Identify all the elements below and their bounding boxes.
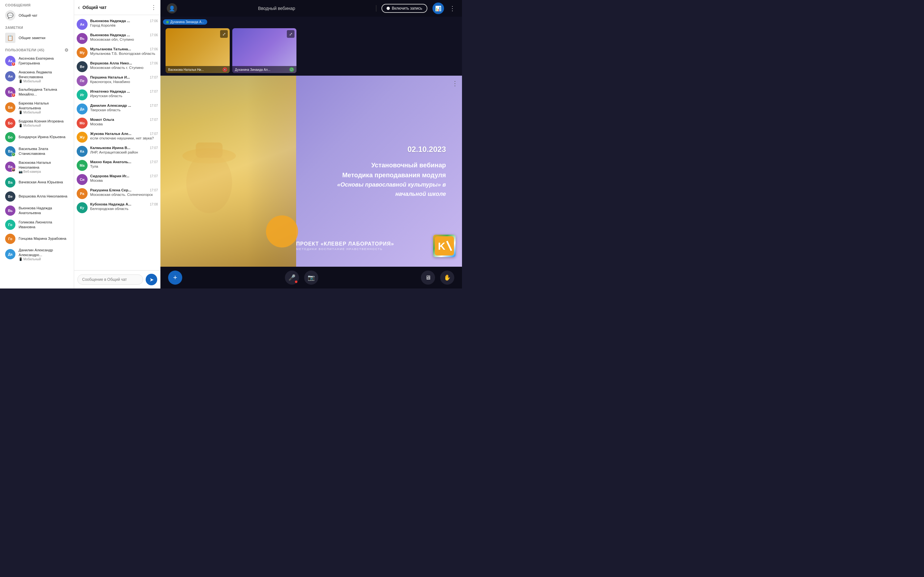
sidebar-notes-label: Общие заметки [19, 35, 45, 40]
camera-button[interactable]: 📷 [304, 271, 318, 285]
chat-message: Ра Ракушина Елена Сер... 17:07 Московска… [77, 187, 158, 200]
bottom-bar: + 🎤 📷 🖥 ✋ [160, 267, 462, 288]
brand-name: ПРОЕКТ «КЛЕВЕР ЛАБОРАТОРИЯ» [296, 241, 433, 247]
sidebar-user-item[interactable]: Ве Вершкова Алла Николаевна [0, 189, 74, 203]
sidebar-user-item[interactable]: Вь Вьюнкова Надежда Анатольевна [0, 203, 74, 218]
msg-text: Город Королёв [90, 23, 158, 28]
sidebar-user-item[interactable]: Ва✓ Васильева Злата Станиславовна [0, 144, 74, 158]
sidebar-user-item[interactable]: Да Данилин Александр Александро... 📱 Моб… [0, 246, 74, 263]
sidebar-user-item[interactable]: Ак✗ Аксенова Екатерина Григорьевна [0, 54, 74, 68]
brand-area: ПРОЕКТ «КЛЕВЕР ЛАБОРАТОРИЯ» МЕТОДИКИ ВОС… [296, 235, 456, 257]
user-info: Вьюнкова Надежда Анатольевна [19, 206, 69, 215]
user-info: Бодрова Ксения Игоревна 📱 Мобильный [19, 119, 63, 127]
thumb-label: Духанина Зинаида Ал...🔊 [232, 66, 296, 73]
msg-time: 17:06 [150, 33, 158, 37]
top-more-icon[interactable]: ⋮ [449, 5, 456, 12]
msg-avatar: Пе [77, 75, 87, 86]
mic-off-indicator [294, 280, 298, 284]
chat-message: Ма Махно Кира Анатоль... 17:07 Тула [77, 159, 158, 172]
chat-message: Иг Игнатенко Надежда ... 17:07 Иркутская… [77, 88, 158, 102]
msg-text: Москва [90, 178, 158, 183]
sidebar-user-item[interactable]: Ан Анаскина Людмила Вячеславовна 📱 Мобил… [0, 68, 74, 85]
msg-time: 17:07 [150, 132, 158, 135]
add-button[interactable]: + [168, 271, 182, 285]
separator [376, 5, 376, 11]
msg-body: Першина Наталья И... 17:07 Красногорск, … [90, 75, 158, 84]
presentation-date: 02.10.2023 [407, 145, 446, 154]
settings-icon[interactable]: ⚙ [65, 47, 69, 53]
user-info: Вачевская Анна Юрьевна [19, 180, 63, 185]
chat-message: Вь Вьюнкова Надежда ... 17:06 Московская… [77, 32, 158, 45]
msg-name: Мульганова Татьяна... [90, 47, 131, 51]
sidebar-user-item[interactable]: Го Голикова Лионелла Ивановна [0, 218, 74, 232]
video-thumbnail: ⤢Духанина Зинаида Ал...🔊 [232, 28, 296, 73]
svg-text:K: K [438, 240, 445, 252]
presentation-area: ⋮ 02.10.2023 Установочный вебинар Методи… [160, 76, 462, 267]
chat-input[interactable] [78, 274, 143, 285]
sidebar-user-item[interactable]: Бо Бодрова Ксения Игоревна 📱 Мобильный [0, 116, 74, 130]
notes-icon: 📋 [5, 33, 15, 43]
chart-icon[interactable]: 📊 [433, 3, 444, 14]
user-avatar: Бо [5, 132, 15, 142]
sidebar-user-item[interactable]: Го Гонцова Марина Зурабовна [0, 232, 74, 246]
mic-button[interactable]: 🎤 [285, 271, 299, 285]
chat-more-icon[interactable]: ⋮ [151, 4, 157, 11]
msg-header: Игнатенко Надежда ... 17:07 [90, 89, 158, 93]
expand-icon[interactable]: ⤢ [220, 30, 228, 38]
back-icon[interactable]: ‹ [78, 4, 80, 11]
presentation-title-1: Установочный вебинар [371, 161, 446, 169]
sidebar-user-item[interactable]: Ба✗ Балыбердина Татьяна Михайло... [0, 85, 74, 99]
chat-message: Ка Калмыкова Ирина В... 17:07 ЛНР, Антра… [77, 145, 158, 158]
msg-time: 17:07 [150, 189, 158, 192]
user-name: Бодрова Ксения Игоревна [19, 119, 63, 124]
sidebar-user-item[interactable]: Бо Бондарчук Ирина Юрьевна [0, 130, 74, 144]
sidebar-user-item[interactable]: Ва📷 Васюкова Наталья Николаевна 📷 Веб-ка… [0, 158, 74, 175]
msg-header: Калмыкова Ирина В... 17:07 [90, 146, 158, 150]
msg-name: Вьюнкова Надежда ... [90, 33, 130, 37]
sidebar-item-notes[interactable]: 📋 Общие заметки [0, 31, 74, 45]
chat-messages: Ак Вьюнкова Надежда ... 17:06 Город Коро… [74, 15, 160, 270]
chat-panel: ‹ Общий чат ⋮ Ак Вьюнкова Надежда ... 17… [74, 0, 160, 288]
chat-message: Ку Кубохова Надежда А... 17:08 Белгородс… [77, 201, 158, 214]
msg-time: 17:07 [150, 118, 158, 121]
user-avatar: Ва✓ [5, 146, 15, 156]
user-name: Аксенова Екатерина Григорьевна [19, 56, 69, 66]
sidebar-user-item[interactable]: Ва Вачевская Анна Юрьевна [0, 175, 74, 189]
msg-text: Московская область г. Ступино [90, 65, 158, 70]
msg-header: Данилин Александр ... 17:07 [90, 103, 158, 107]
expand-icon[interactable]: ⤢ [287, 30, 294, 38]
send-button[interactable]: ➤ [145, 274, 157, 285]
user-info: Аксенова Екатерина Григорьевна [19, 56, 69, 66]
msg-name: Данилин Александр ... [90, 103, 131, 107]
msg-text: Москва [90, 121, 158, 127]
msg-body: Сидорова Мария Иг... 17:07 Москва [90, 174, 158, 183]
msg-header: Вьюнкова Надежда ... 17:06 [90, 33, 158, 37]
msg-avatar: Да [77, 103, 87, 114]
chat-input-area: ➤ [74, 270, 160, 288]
user-sub: 📱 Мобильный [19, 124, 63, 127]
msg-avatar: Ку [77, 202, 87, 213]
msg-time: 17:07 [150, 104, 158, 107]
msg-body: Вьюнкова Надежда ... 17:06 Город Королёв [90, 19, 158, 28]
user-name: Васильева Злата Станиславовна [19, 147, 69, 156]
active-speaker-name: Духанина Зинаида А... [170, 20, 204, 24]
screen-share-button[interactable]: 🖥 [421, 271, 435, 285]
user-info: Данилин Александр Александро... 📱 Мобиль… [19, 248, 69, 261]
sidebar-item-chat[interactable]: 💬 Общий чат [0, 8, 74, 23]
user-info: Бареева Наталья Анатольевна 📱 Мобильный [19, 101, 69, 114]
chat-title: Общий чат [82, 5, 148, 10]
sidebar-chat-label: Общий чат [19, 13, 37, 18]
user-info: Гонцова Марина Зурабовна [19, 236, 66, 241]
record-button[interactable]: Включить запись [381, 4, 427, 13]
msg-time: 17:06 [150, 61, 158, 65]
hand-raise-button[interactable]: ✋ [440, 271, 454, 285]
msg-text: Московская обл, Ступино [90, 37, 158, 42]
msg-body: Махно Кира Анатоль... 17:07 Тула [90, 160, 158, 169]
user-avatar: Да [5, 249, 15, 259]
sidebar-user-item[interactable]: Ба Бареева Наталья Анатольевна 📱 Мобильн… [0, 99, 74, 116]
users-title: ПОЛЬЗОВАТЕЛИ (45) [5, 48, 44, 52]
brand-logo: K [433, 235, 456, 257]
msg-name: Ракушина Елена Сер... [90, 188, 131, 192]
msg-time: 17:07 [150, 174, 158, 178]
msg-header: Ракушина Елена Сер... 17:07 [90, 188, 158, 192]
